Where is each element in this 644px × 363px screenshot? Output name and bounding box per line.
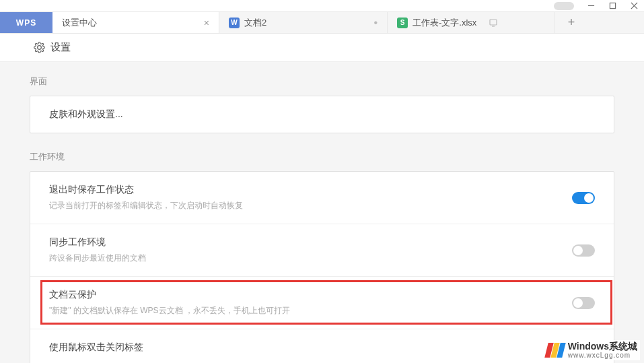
toggle-sync[interactable] [572, 244, 595, 257]
watermark: Windows系统城 www.wxcLgg.com [544, 340, 640, 360]
row-dblclick-close[interactable]: 使用鼠标双击关闭标签 [30, 329, 614, 363]
tab-label: 工作表-文字.xlsx [413, 17, 476, 29]
row-sync-environment[interactable]: 同步工作环境 跨设备同步最近使用的文档 [30, 224, 614, 276]
tab-label: 设置中心 [62, 17, 97, 29]
row-title: 使用鼠标双击关闭标签 [49, 341, 595, 354]
word-doc-icon: W [229, 18, 240, 28]
close-button[interactable] [629, 1, 639, 11]
row-title: 同步工作环境 [49, 236, 572, 249]
row-cloud-protection[interactable]: 文档云保护 "新建" 的文档默认保存在 WPS云文档 ，永不丢失，手机上也可打开 [30, 276, 614, 329]
tab-document2[interactable]: W 文档2 • [219, 12, 388, 33]
user-badge[interactable] [554, 2, 574, 10]
row-desc: 记录当前打开的标签和编辑状态，下次启动时自动恢复 [49, 200, 572, 211]
tab-label: 文档2 [244, 17, 266, 29]
svg-rect-1 [610, 3, 615, 8]
row-title: 文档云保护 [49, 289, 572, 301]
watermark-logo-icon [546, 343, 564, 358]
spreadsheet-icon: S [397, 18, 408, 28]
svg-rect-4 [490, 20, 497, 25]
external-icon [489, 18, 498, 28]
watermark-url: www.wxcLgg.com [568, 352, 637, 359]
gear-icon [34, 42, 45, 53]
row-desc: 跨设备同步最近使用的文档 [49, 253, 572, 264]
toggle-save-state[interactable] [572, 192, 595, 204]
page-header: 设置 [0, 34, 644, 62]
minimize-button[interactable] [586, 1, 596, 11]
tab-settings-center[interactable]: 设置中心 × [52, 12, 219, 33]
row-desc: "新建" 的文档默认保存在 WPS云文档 ，永不丢失，手机上也可打开 [49, 305, 572, 317]
row-save-state[interactable]: 退出时保存工作状态 记录当前打开的标签和编辑状态，下次启动时自动恢复 [30, 172, 614, 224]
section-label-ui: 界面 [30, 75, 614, 88]
section-ui: 皮肤和外观设置... [30, 96, 614, 133]
wps-brand[interactable]: WPS [0, 12, 52, 33]
content-area: 界面 皮肤和外观设置... 工作环境 退出时保存工作状态 记录当前打开的标签和编… [0, 62, 644, 363]
tab-worksheet[interactable]: S 工作表-文字.xlsx [388, 12, 554, 33]
row-title: 退出时保存工作状态 [49, 184, 572, 196]
maximize-button[interactable] [608, 1, 617, 11]
toggle-cloud-protection[interactable] [572, 297, 595, 309]
tab-close-icon[interactable]: × [188, 18, 209, 28]
row-skin-settings[interactable]: 皮肤和外观设置... [30, 96, 614, 133]
section-label-work: 工作环境 [30, 151, 614, 163]
tab-bar: WPS 设置中心 × W 文档2 • S 工作表-文字.xlsx + [0, 12, 644, 34]
section-work: 退出时保存工作状态 记录当前打开的标签和编辑状态，下次启动时自动恢复 同步工作环… [30, 171, 614, 363]
unsaved-dot-icon: • [357, 18, 378, 28]
window-titlebar [0, 0, 644, 12]
watermark-title: Windows系统城 [568, 341, 637, 352]
new-tab-button[interactable]: + [554, 12, 588, 33]
row-title: 皮肤和外观设置... [49, 108, 595, 121]
page-title: 设置 [50, 41, 71, 54]
